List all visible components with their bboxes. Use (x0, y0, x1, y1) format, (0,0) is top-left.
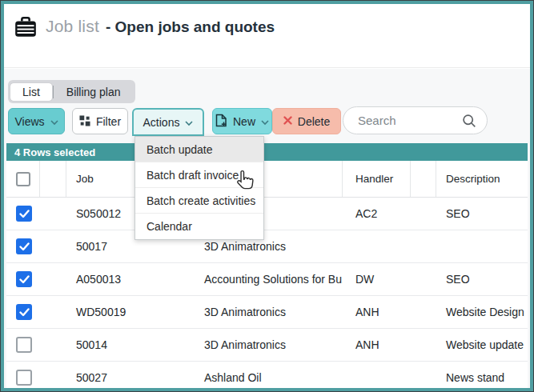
select-all-checkbox[interactable] (16, 172, 30, 186)
views-button[interactable]: Views (8, 108, 65, 134)
row-check-cell (6, 304, 40, 320)
actions-menu: Batch updateBatch draft invoiceBatch cre… (135, 136, 264, 240)
table-row[interactable]: A050013 Accounting Solutions for Bu... D… (6, 263, 528, 296)
description-cell: SEO (436, 273, 528, 286)
row-check-cell (6, 238, 40, 254)
row-checkbox[interactable] (16, 271, 32, 287)
view-tabs: List Billing plan (8, 80, 135, 103)
tab-divider (53, 86, 54, 98)
delete-x-icon (283, 115, 292, 127)
table-row[interactable]: 50027 Ashland Oil News stand (6, 362, 528, 391)
job-cell: A050013 (66, 273, 195, 286)
delete-button-label: Delete (298, 115, 330, 128)
table-row[interactable]: 50014 3D Animatronics ANH Website update (6, 329, 528, 362)
name-cell: 3D Animatronics (195, 240, 343, 253)
search-input[interactable] (356, 113, 461, 128)
views-button-label: Views (14, 115, 44, 128)
actions-menu-item[interactable]: Batch create activities (135, 188, 263, 214)
job-cell: WD50019 (66, 306, 195, 318)
actions-menu-item[interactable]: Batch update (135, 137, 263, 162)
name-cell: Accounting Solutions for Bu... (195, 273, 343, 286)
search-box (343, 106, 488, 134)
page-header: Job list - Open jobs and quotes (4, 4, 530, 68)
job-cell: 50027 (66, 371, 195, 384)
handler-cell: ANH (343, 306, 411, 318)
filter-button[interactable]: Filter (72, 108, 128, 134)
description-cell: Website Design (436, 306, 528, 318)
job-cell: 50014 (66, 338, 195, 351)
select-all-cell (6, 161, 40, 197)
chevron-down-icon (50, 115, 58, 128)
column-header-description[interactable]: Description (436, 161, 528, 197)
name-cell: 3D Animatronics (195, 338, 343, 351)
row-checkbox[interactable] (16, 337, 32, 353)
tab-billing-plan[interactable]: Billing plan (54, 83, 133, 101)
description-cell: Website update (436, 338, 528, 351)
row-check-cell (6, 337, 40, 353)
row-checkbox[interactable] (16, 370, 32, 386)
handler-cell: ANH (343, 338, 411, 351)
table-row[interactable]: WD50019 3D Animatronics ANH Website Desi… (6, 296, 528, 329)
page-title-sub: - Open jobs and quotes (106, 18, 275, 36)
name-cell: 3D Animatronics (195, 306, 343, 318)
tab-list[interactable]: List (10, 83, 52, 101)
actions-menu-item[interactable]: Batch draft invoice (135, 162, 263, 188)
description-cell: SEO (436, 207, 528, 220)
description-cell: News stand (436, 371, 528, 384)
page-title-main: Job list (46, 17, 99, 36)
row-checkbox[interactable] (16, 304, 32, 320)
table-header-row: Job Handler Description (6, 161, 528, 198)
handler-cell: DW (343, 273, 411, 286)
handler-cell: AC2 (343, 207, 411, 220)
filter-icon (79, 115, 90, 129)
row-checkbox[interactable] (16, 238, 32, 254)
table-body: S050012 AC2 SEO 50017 3D Animatronics (6, 198, 528, 391)
table-row[interactable]: 50017 3D Animatronics (6, 230, 528, 263)
new-button-label: New (233, 115, 255, 128)
actions-button-label: Actions (143, 116, 180, 129)
row-check-cell (6, 370, 40, 386)
header-spacer (40, 161, 66, 197)
table-row[interactable]: S050012 AC2 SEO (6, 198, 528, 230)
briefcase-icon (14, 17, 37, 41)
name-cell: Ashland Oil (195, 371, 343, 384)
app-window: Job list - Open jobs and quotes List Bil… (0, 0, 534, 392)
selection-bar-text: 4 Rows selected (14, 146, 95, 158)
window-frame: Job list - Open jobs and quotes List Bil… (1, 1, 533, 391)
search-icon[interactable] (461, 113, 477, 129)
selection-bar: 4 Rows selected (6, 143, 528, 161)
row-checkbox[interactable] (16, 206, 32, 222)
new-button[interactable]: New (212, 108, 272, 134)
page-title: Job list - Open jobs and quotes (46, 15, 275, 36)
column-header-handler[interactable]: Handler (343, 161, 411, 197)
job-cell: 50017 (66, 240, 195, 253)
filter-button-label: Filter (96, 115, 121, 128)
delete-button[interactable]: Delete (272, 108, 341, 134)
job-table: Job Handler Description S050012 AC2 SEO (6, 161, 528, 388)
chevron-down-icon (185, 116, 193, 129)
row-check-cell (6, 271, 40, 287)
chevron-down-icon (261, 115, 269, 128)
actions-menu-item[interactable]: Calendar (135, 214, 263, 239)
actions-button[interactable]: Actions (132, 108, 204, 136)
row-check-cell (6, 206, 40, 222)
file-plus-icon (215, 114, 227, 130)
header-spacer (411, 161, 436, 197)
